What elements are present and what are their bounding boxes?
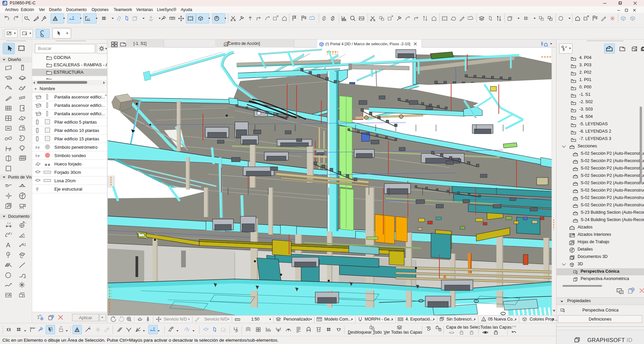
svg-text:1: 1 xyxy=(37,188,38,190)
svg-text:A: A xyxy=(6,242,10,249)
svg-text:12: 12 xyxy=(171,18,173,20)
svg-text:α: α xyxy=(23,233,25,236)
svg-text:1.2: 1.2 xyxy=(23,221,26,224)
svg-text:1: 1 xyxy=(7,252,9,256)
svg-text:A1: A1 xyxy=(22,243,26,247)
svg-text:1.2: 1.2 xyxy=(9,232,12,235)
svg-text:1.2: 1.2 xyxy=(7,222,11,225)
svg-text:XY: XY xyxy=(87,18,90,20)
